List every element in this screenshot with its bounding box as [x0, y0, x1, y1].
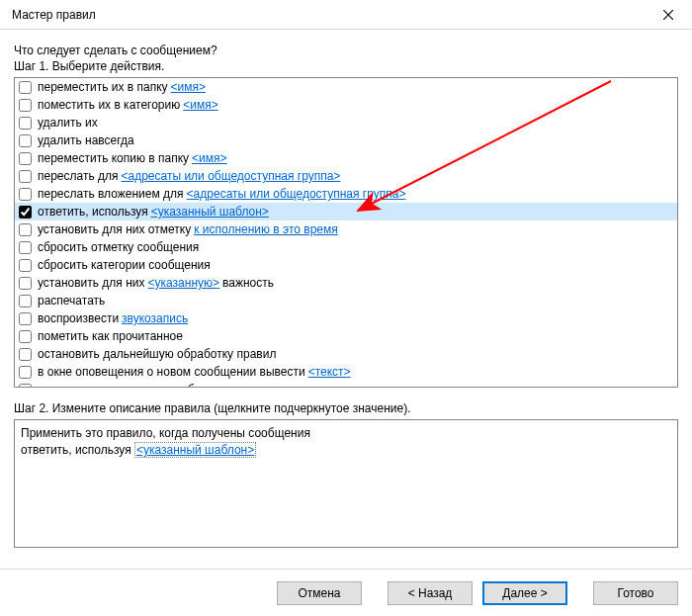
description-action-prefix: ответить, используя [21, 443, 134, 457]
close-button[interactable] [649, 1, 688, 29]
next-button[interactable]: Далее > [482, 581, 567, 605]
action-label: переместить копию в папку [38, 149, 189, 167]
action-checkbox-mark-read[interactable] [19, 330, 32, 343]
action-item-to-category[interactable]: поместить их в категорию <имя> [15, 96, 677, 114]
action-checkbox-delete-permanent[interactable] [19, 134, 32, 147]
action-link-move-to-folder[interactable]: <имя> [171, 78, 206, 96]
dialog-content: Что следует сделать с сообщением? Шаг 1.… [0, 30, 692, 548]
action-checkbox-clear-categories[interactable] [19, 259, 32, 272]
action-label: переслать вложением для [38, 185, 184, 203]
action-item-delete-permanent[interactable]: удалить навсегда [15, 132, 677, 149]
description-template-link[interactable]: <указанный шаблон> [134, 442, 256, 458]
action-label: распечатать [38, 292, 105, 309]
action-item-desktop-alert[interactable]: вывести оповещения на рабочем столе [15, 381, 677, 388]
action-link-forward-to[interactable]: <адресаты или общедоступная группа> [122, 167, 341, 185]
window-title: Мастер правил [12, 8, 96, 22]
action-label: удалить навсегда [38, 132, 134, 149]
action-label: поместить их в категорию [38, 96, 180, 114]
action-item-flag-followup[interactable]: установить для них отметку к исполнению … [15, 220, 677, 238]
action-label: пометить как прочитанное [38, 327, 183, 345]
step1-heading: Шаг 1. Выберите действия. [14, 59, 678, 73]
button-bar: Отмена < Назад Далее > Готово [0, 569, 692, 616]
close-icon [663, 10, 673, 20]
action-checkbox-print[interactable] [19, 295, 32, 308]
description-line-condition: Применить это правило, когда получены со… [21, 425, 671, 442]
action-link-desktop-alert-text[interactable]: <текст> [308, 363, 351, 381]
action-item-clear-flag[interactable]: сбросить отметку сообщения [15, 238, 677, 256]
action-item-set-importance[interactable]: установить для них <указанную> важность [15, 274, 677, 292]
action-checkbox-flag-followup[interactable] [19, 223, 32, 236]
action-label: установить для них [38, 274, 145, 292]
action-label: сбросить отметку сообщения [38, 238, 199, 256]
actions-list[interactable]: переместить их в папку <имя>поместить их… [14, 77, 678, 388]
action-label-suffix: важность [222, 274, 274, 292]
action-label: воспроизвести [38, 309, 119, 327]
action-item-move-copy[interactable]: переместить копию в папку <имя> [15, 149, 677, 167]
action-checkbox-stop-processing[interactable] [19, 348, 32, 361]
action-item-clear-categories[interactable]: сбросить категории сообщения [15, 256, 677, 274]
action-item-mark-read[interactable]: пометить как прочитанное [15, 327, 677, 345]
action-link-to-category[interactable]: <имя> [183, 96, 217, 114]
step2-heading: Шаг 2. Измените описание правила (щелкни… [14, 401, 678, 415]
cancel-button[interactable]: Отмена [277, 581, 362, 605]
action-item-reply-template[interactable]: ответить, используя <указанный шаблон> [15, 203, 677, 220]
title-bar: Мастер правил [0, 0, 692, 30]
intro-text: Что следует сделать с сообщением? [14, 44, 678, 57]
description-line-action: ответить, используя <указанный шаблон> [21, 442, 671, 459]
action-checkbox-move-copy[interactable] [19, 152, 32, 165]
action-label: вывести оповещения на рабочем столе [38, 381, 256, 388]
action-label: установить для них отметку [38, 220, 191, 238]
action-link-set-importance[interactable]: <указанную> [148, 274, 220, 292]
action-checkbox-reply-template[interactable] [19, 206, 32, 219]
action-item-desktop-alert-text[interactable]: в окне оповещения о новом сообщении выве… [15, 363, 677, 381]
action-checkbox-delete[interactable] [19, 117, 32, 130]
action-link-flag-followup[interactable]: к исполнению в это время [194, 220, 338, 238]
action-link-forward-attach[interactable]: <адресаты или общедоступная группа> [187, 185, 406, 203]
action-label: переместить их в папку [38, 78, 168, 96]
action-item-move-to-folder[interactable]: переместить их в папку <имя> [15, 78, 677, 96]
action-label: удалить их [38, 114, 98, 132]
action-checkbox-set-importance[interactable] [19, 277, 32, 290]
action-link-play-sound[interactable]: звукозапись [122, 309, 188, 327]
action-label: переслать для [38, 167, 119, 185]
action-item-print[interactable]: распечатать [15, 292, 677, 309]
action-link-move-copy[interactable]: <имя> [192, 149, 226, 167]
action-item-forward-to[interactable]: переслать для <адресаты или общедоступна… [15, 167, 677, 185]
action-label: остановить дальнейшую обработку правил [38, 345, 276, 363]
action-checkbox-play-sound[interactable] [19, 312, 32, 325]
action-item-play-sound[interactable]: воспроизвести звукозапись [15, 309, 677, 327]
action-checkbox-desktop-alert[interactable] [19, 384, 32, 389]
action-item-forward-attach[interactable]: переслать вложением для <адресаты или об… [15, 185, 677, 203]
action-link-reply-template[interactable]: <указанный шаблон> [151, 203, 269, 220]
finish-button[interactable]: Готово [593, 581, 678, 605]
action-label: ответить, используя [38, 203, 148, 220]
action-checkbox-forward-to[interactable] [19, 170, 32, 183]
action-item-delete[interactable]: удалить их [15, 114, 677, 132]
action-checkbox-clear-flag[interactable] [19, 241, 32, 254]
action-checkbox-desktop-alert-text[interactable] [19, 366, 32, 379]
action-label: сбросить категории сообщения [38, 256, 211, 274]
back-button[interactable]: < Назад [388, 581, 473, 605]
action-checkbox-to-category[interactable] [19, 99, 32, 112]
action-checkbox-move-to-folder[interactable] [19, 81, 32, 94]
action-checkbox-forward-attach[interactable] [19, 188, 32, 201]
action-label: в окне оповещения о новом сообщении выве… [38, 363, 305, 381]
action-item-stop-processing[interactable]: остановить дальнейшую обработку правил [15, 345, 677, 363]
rule-description-box: Применить это правило, когда получены со… [14, 419, 678, 548]
